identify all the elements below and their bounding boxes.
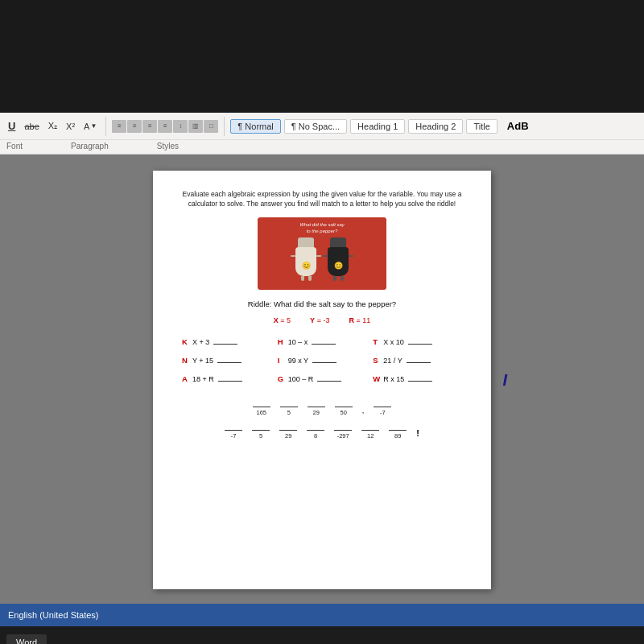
image-title: What did the salt sayto the pepper? (258, 222, 386, 235)
document-area: Evaluate each algebraic expression by us… (0, 155, 644, 604)
answer-section: 165 5 29 50 , -7 (179, 399, 465, 440)
font-color-button[interactable]: A ▼ (80, 120, 100, 133)
answer-num-r2-4: 8 (314, 432, 317, 440)
style-nospac-button[interactable]: ¶ No Spac... (284, 119, 347, 134)
answer-num-r2-7: 89 (394, 432, 401, 440)
divider-paragraph-styles (224, 117, 225, 136)
align-left-icon[interactable]: ≡ (112, 120, 126, 133)
pepper-shaker: 😊 (325, 237, 351, 278)
expr-a: A 18 + R (182, 374, 271, 383)
answer-col-5: -7 (374, 399, 391, 416)
answer-blank (389, 423, 407, 431)
taskbar: Word (0, 626, 644, 644)
expr-i: I 99 x Y (278, 356, 367, 365)
answer-num-5: -7 (380, 409, 386, 416)
strikethrough-icon: abe (24, 122, 39, 131)
answer-col-3: 29 (308, 399, 325, 416)
expressions-grid: K X + 3 H 10 – x T X x 10 N Y + 15 I (179, 337, 465, 383)
answer-num-r2-1: -7 (231, 432, 237, 440)
divider-font-paragraph (105, 117, 106, 136)
salt-pepper-image: What did the salt sayto the pepper? 😊 (258, 217, 386, 290)
styles-group-label: Styles (157, 142, 179, 151)
answer-blank (374, 399, 391, 407)
var-x: X = 5 (274, 316, 291, 324)
borders-icon[interactable]: □ (204, 120, 218, 133)
u-icon: U (8, 120, 15, 132)
line-spacing-icon[interactable]: ↕ (173, 120, 188, 133)
strikethrough-button[interactable]: abe (21, 120, 42, 133)
riddle-label: Riddle: (248, 299, 272, 308)
answer-col-r2-3: 29 (279, 423, 297, 440)
expr-t: T X x 10 (373, 337, 462, 346)
font-color-label: A (84, 122, 89, 131)
style-heading1-button[interactable]: Heading 1 (350, 119, 405, 134)
underline-button[interactable]: U (5, 118, 19, 134)
riddle-question: What did the salt say to the pepper? (274, 299, 396, 308)
superscript-button[interactable]: X² (63, 120, 78, 133)
variables-row: X = 5 Y = -3 R = 11 (179, 316, 465, 324)
answer-blank (253, 399, 270, 407)
answer-blank (307, 423, 324, 431)
answer-num-r2-3: 29 (285, 432, 291, 440)
answer-col-r2-5: -297 (334, 423, 352, 440)
answer-col-2: 5 (280, 399, 298, 416)
expr-g: G 100 – R (278, 374, 367, 383)
expr-w: W R x 15 (373, 374, 462, 383)
answer-num-1: 165 (256, 409, 266, 416)
expr-k: K X + 3 (182, 337, 271, 346)
document-page: Evaluate each algebraic expression by us… (153, 171, 491, 589)
status-bar: English (United States) (0, 604, 644, 626)
align-right-icon[interactable]: ≡ (142, 120, 157, 133)
var-y: Y = -3 (310, 316, 329, 324)
answer-num-2: 5 (287, 409, 291, 416)
answer-blank (335, 399, 353, 407)
answer-col-r2-4: 8 (307, 423, 324, 440)
top-black-bar (0, 0, 644, 113)
exclamation-mark: ! (416, 428, 419, 440)
style-title-button[interactable]: Title (466, 119, 497, 134)
paragraph-icons: ≡ ≡ ≡ ≡ ↕ ▥ □ (112, 120, 218, 133)
expr-h: H 10 – x (278, 337, 367, 346)
answer-blank (252, 423, 270, 431)
var-r: R = 11 (349, 316, 370, 324)
expr-n: N Y + 15 (182, 356, 271, 365)
font-group-label: Font (6, 142, 23, 151)
answer-num-r2-2: 5 (259, 432, 262, 440)
salt-shaker: 😊 (293, 237, 319, 278)
answer-num-4: 50 (341, 409, 347, 416)
styles-section: ¶ Normal ¶ No Spac... Heading 1 Heading … (230, 118, 535, 134)
answer-row-2: -7 5 29 8 -297 (179, 423, 465, 440)
answer-col-4: 50 (335, 399, 353, 416)
answer-blank (334, 423, 352, 431)
answer-blank (225, 423, 242, 431)
word-taskbar-button[interactable]: Word (6, 634, 47, 644)
ribbon-labels-row: Font Paragraph Styles (0, 140, 644, 155)
answer-col-r2-6: 12 (361, 423, 379, 440)
expr-s: S 21 / Y (373, 356, 462, 365)
ribbon-toolbar: U abe X₂ X² A ▼ ≡ ≡ ≡ ≡ ↕ ▥ □ ¶ Normal ¶… (0, 113, 644, 140)
answer-blank (361, 423, 379, 431)
answer-col-r2-2: 5 (252, 423, 270, 440)
instructions-text: Evaluate each algebraic expression by us… (179, 190, 465, 209)
language-status: English (United States) (8, 610, 99, 620)
style-heading2-button[interactable]: Heading 2 (408, 119, 463, 134)
style-normal-button[interactable]: ¶ Normal (230, 119, 280, 134)
justify-icon[interactable]: ≡ (158, 120, 172, 133)
shading-icon[interactable]: ▥ (188, 120, 203, 133)
answer-blank (280, 399, 298, 407)
answer-blank (279, 423, 297, 431)
paragraph-group-label: Paragraph (71, 142, 109, 151)
style-adb-button[interactable]: AdB (501, 118, 535, 134)
text-cursor: I (502, 371, 507, 390)
answer-blank (308, 399, 325, 407)
answer-col-r2-7: 89 (389, 423, 407, 440)
answer-col-1: 165 (253, 399, 270, 416)
riddle-line: Riddle: What did the salt say to the pep… (179, 299, 465, 308)
answer-num-3: 29 (313, 409, 320, 416)
chevron-down-icon: ▼ (90, 122, 97, 130)
subscript-button[interactable]: X₂ (45, 119, 60, 133)
answer-col-r2-1: -7 (225, 423, 242, 440)
align-center-icon[interactable]: ≡ (127, 120, 142, 133)
comma-separator: , (362, 407, 365, 416)
answer-num-r2-5: -297 (337, 432, 349, 440)
